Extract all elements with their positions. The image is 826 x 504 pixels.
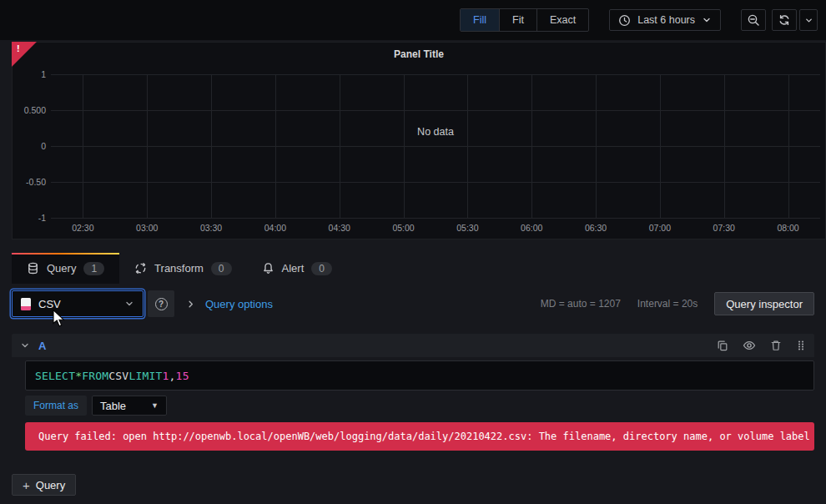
time-range-label: Last 6 hours (637, 14, 695, 26)
v-gridline (147, 74, 148, 218)
v-gridline (724, 74, 725, 218)
h-gridline (51, 146, 820, 147)
h-gridline (51, 74, 820, 75)
format-row: Format as Table ▼ (25, 396, 814, 416)
datasource-row: CSV ? Query options MD = auto = 1207 Int… (12, 290, 814, 317)
query-editor: CSV ? Query options MD = auto = 1207 Int… (12, 290, 814, 496)
sql-token: * (75, 370, 82, 382)
x-axis-tick-label: 02:30 (72, 223, 93, 233)
y-axis-tick-label: 0.500 (13, 105, 46, 115)
plus-icon: + (23, 479, 30, 491)
bell-icon (262, 262, 274, 275)
interval-stat: Interval = 20s (637, 298, 698, 310)
y-axis: 10.5000-0.50-1 (13, 74, 46, 218)
panel-title: Panel Title (13, 48, 825, 60)
sql-token: 1 (163, 370, 169, 382)
tab-alert[interactable]: Alert 0 (247, 253, 347, 284)
zoom-out-icon (747, 13, 760, 27)
time-range-picker[interactable]: Last 6 hours (609, 9, 721, 31)
database-icon (27, 262, 39, 275)
v-gridline (788, 74, 789, 218)
max-data-points-stat: MD = auto = 1207 (541, 298, 621, 310)
refresh-button[interactable] (772, 9, 797, 31)
x-axis-tick-label: 04:30 (329, 223, 350, 233)
panel: ! Panel Title 10.5000-0.50-1 No data 02:… (12, 42, 826, 239)
query-row-actions (717, 339, 806, 352)
panel-error-indicator[interactable]: ! (12, 42, 37, 67)
x-axis-tick-label: 05:30 (456, 223, 478, 233)
query-options-label: Query options (205, 298, 273, 310)
x-axis-tick-label: 03:30 (200, 223, 222, 233)
x-axis: 02:3003:0003:3004:0004:3005:0005:3006:00… (51, 223, 820, 234)
y-axis-tick-label: -1 (13, 213, 46, 223)
help-icon: ? (155, 298, 168, 310)
x-axis-tick-label: 04:00 (264, 223, 286, 233)
tab-label: Transform (154, 262, 204, 275)
x-axis-tick-label: 06:30 (585, 223, 607, 233)
v-gridline (467, 74, 468, 218)
no-data-message: No data (417, 126, 454, 138)
refresh-icon (778, 13, 791, 27)
y-axis-tick-label: -0.50 (13, 177, 46, 187)
sql-token: CSV (108, 370, 128, 382)
csv-file-icon (21, 298, 31, 310)
x-axis-tick-label: 06:00 (521, 223, 542, 233)
format-select[interactable]: Table ▼ (92, 396, 167, 416)
chart-plot-area: No data (51, 74, 820, 218)
sql-token: FROM (82, 370, 108, 382)
error-exclamation: ! (17, 43, 20, 53)
delete-query-trash-icon[interactable] (770, 340, 782, 351)
x-axis-tick-label: 05:00 (392, 223, 414, 233)
hide-query-eye-icon[interactable] (743, 339, 756, 352)
v-gridline (211, 74, 212, 218)
datasource-picker[interactable]: CSV (12, 290, 144, 317)
tab-label: Query (47, 262, 76, 275)
query-row-header[interactable]: A (12, 334, 814, 357)
refresh-interval-dropdown[interactable] (799, 9, 818, 31)
view-mode-fill-button[interactable]: Fill (461, 9, 500, 31)
sql-token: 15 (176, 370, 189, 382)
view-mode-fit-button[interactable]: Fit (500, 9, 537, 31)
sql-token: SELECT (35, 370, 75, 382)
datasource-help-button[interactable]: ? (148, 290, 174, 317)
query-inspector-button[interactable]: Query inspector (714, 292, 814, 315)
query-error-message: Query failed: open http://openwb.local/o… (25, 422, 814, 451)
zoom-out-button[interactable] (741, 9, 766, 31)
drag-handle-icon[interactable] (796, 340, 806, 351)
h-gridline (51, 110, 820, 111)
sql-editor[interactable]: SELECT * FROM CSV LIMIT 1, 15 (25, 360, 814, 391)
add-query-label: Query (36, 479, 65, 491)
h-gridline (51, 182, 820, 183)
topbar: Fill Fit Exact Last 6 hours (0, 0, 826, 40)
select-caret-icon: ▼ (151, 401, 159, 410)
format-select-value: Table (100, 400, 126, 412)
x-axis-tick-label: 03:00 (136, 223, 158, 233)
y-axis-tick-label: 1 (13, 69, 46, 79)
view-mode-exact-button[interactable]: Exact (537, 9, 588, 31)
tab-transform[interactable]: Transform 0 (119, 253, 246, 284)
chevron-down-icon (804, 16, 813, 25)
v-gridline (404, 74, 405, 218)
x-axis-tick-label: 08:00 (777, 223, 798, 233)
v-gridline (660, 74, 661, 218)
chevron-down-icon (124, 299, 134, 309)
clock-icon (618, 14, 631, 27)
format-as-label: Format as (25, 396, 87, 416)
v-gridline (275, 74, 276, 218)
editor-tabs: Query 1 Transform 0 Alert 0 (12, 253, 826, 284)
duplicate-query-icon[interactable] (717, 340, 728, 351)
transform-icon (134, 262, 147, 275)
add-query-button[interactable]: + Query (12, 474, 76, 496)
v-gridline (531, 74, 532, 218)
x-axis-tick-label: 07:30 (713, 223, 735, 233)
v-gridline (83, 74, 83, 218)
y-axis-tick-label: 0 (13, 141, 46, 151)
tab-alert-badge: 0 (311, 262, 332, 275)
query-options-toggle[interactable]: Query options (186, 298, 273, 310)
tab-query[interactable]: Query 1 (12, 253, 119, 284)
v-gridline (596, 74, 597, 218)
query-row-a: A SELECT * FROM CSV LIMIT 1, 15 Format a… (12, 334, 814, 451)
x-axis-tick-label: 07:00 (649, 223, 671, 233)
query-ref-label: A (38, 340, 46, 352)
chevron-down-icon (702, 15, 712, 25)
